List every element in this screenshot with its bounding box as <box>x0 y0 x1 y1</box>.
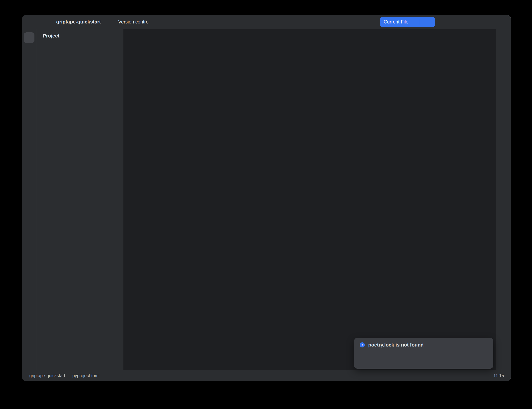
project-panel-title: Project <box>43 33 59 39</box>
vcs-label: Version control <box>118 19 150 25</box>
breadcrumbs: griptape-quickstart pyproject.toml <box>27 373 99 378</box>
breadcrumb-file[interactable]: pyproject.toml <box>70 373 99 378</box>
search-button[interactable] <box>480 18 488 26</box>
code-editor[interactable] <box>124 45 496 370</box>
window-controls <box>27 20 46 24</box>
minimize-window-button[interactable] <box>34 20 39 24</box>
problems-tool-button[interactable] <box>24 341 35 352</box>
left-activity-bar <box>22 29 36 370</box>
chevron-down-icon <box>61 34 65 38</box>
run-configuration-selector[interactable]: Current File <box>384 19 408 25</box>
right-activity-bar <box>496 29 511 370</box>
notifications-button[interactable] <box>498 32 509 43</box>
ide-window: griptape-quickstart Version control Curr… <box>22 15 511 381</box>
notification-title: poetry.lock is not found <box>368 342 424 348</box>
notifications-badge <box>505 33 508 36</box>
git-tool-button[interactable] <box>24 356 35 366</box>
info-icon: i <box>360 342 365 347</box>
database-tool-button[interactable] <box>498 47 509 58</box>
maximize-window-button[interactable] <box>42 20 46 24</box>
project-name: griptape-quickstart <box>56 19 101 25</box>
add-user-button[interactable] <box>463 18 471 26</box>
project-panel-header[interactable]: Project <box>36 29 123 43</box>
chevron-down-icon <box>103 20 107 24</box>
run-widget: Current File <box>380 17 435 27</box>
settings-notification-badge <box>504 18 507 21</box>
title-bar: griptape-quickstart Version control Curr… <box>22 15 511 29</box>
project-widget[interactable]: griptape-quickstart <box>56 19 107 25</box>
clock-status[interactable]: 11:15 <box>493 373 504 378</box>
project-tool-button[interactable] <box>24 32 35 43</box>
terminal-tool-button[interactable] <box>24 327 35 337</box>
settings-button[interactable] <box>498 18 505 26</box>
ai-assistant-button[interactable] <box>498 63 509 73</box>
project-panel: Project <box>36 29 124 370</box>
editor-area <box>124 29 496 370</box>
chevron-down-icon <box>412 20 416 24</box>
breadcrumb-project[interactable]: griptape-quickstart <box>29 373 65 378</box>
notification-popup: i poetry.lock is not found <box>354 338 493 369</box>
close-window-button[interactable] <box>27 20 31 24</box>
status-bar: griptape-quickstart pyproject.toml 11:15 <box>22 370 511 381</box>
vcs-widget[interactable]: Version control <box>116 19 155 25</box>
structure-tool-button[interactable] <box>24 47 35 57</box>
more-tools-button[interactable] <box>24 61 35 72</box>
editor-tab-bar <box>124 29 496 45</box>
chevron-down-icon <box>151 20 155 24</box>
gutter-divider <box>143 45 143 370</box>
